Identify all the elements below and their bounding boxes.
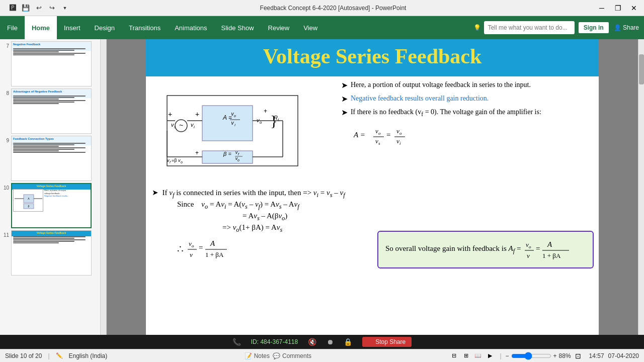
bullet-arrow-3: ➤ — [341, 108, 348, 117]
slide-image-11: Voltage Series Feedback — [11, 230, 92, 276]
sign-in-button[interactable]: Sign in — [579, 22, 609, 33]
stop-indicator — [368, 339, 373, 344]
bullet-3: ➤ If there is no feedback (vf = 0). The … — [341, 108, 593, 118]
reading-view-button[interactable]: 📖 — [472, 350, 484, 361]
slide-thumb-7[interactable]: 7 Negative Feedback — [2, 41, 98, 86]
tab-home[interactable]: Home — [25, 16, 57, 39]
thumb-line — [13, 143, 86, 144]
svg-text:=β: =β — [172, 158, 177, 163]
svg-text:+: + — [168, 110, 172, 118]
comments-icon: 💬 — [273, 352, 280, 359]
status-separator: | — [48, 352, 49, 359]
slide-panel: 7 Negative Feedback 8 Advantages of Nega… — [0, 39, 101, 335]
thumb-line — [13, 102, 74, 103]
restore-button[interactable]: ❐ — [612, 2, 624, 14]
tab-file[interactable]: File — [0, 16, 25, 39]
stop-share-button[interactable]: Stop Share — [362, 337, 412, 347]
meeting-id: ID: 484-367-4118 — [251, 338, 298, 345]
thumb-line — [13, 150, 59, 151]
sep2: | — [500, 352, 501, 359]
svg-text:A =: A = — [353, 131, 365, 139]
comments-button[interactable]: 💬 Comments — [273, 352, 311, 359]
bullet-text-2: Negative feedback results overall gain r… — [351, 94, 489, 103]
slide-thumb-11[interactable]: 11 Voltage Series Feedback — [2, 230, 98, 276]
bullet-list: ➤ Here, a portion of output voltage feed… — [337, 80, 593, 183]
thumb-line — [13, 100, 86, 101]
slide-num-10: 10 — [2, 183, 9, 191]
normal-view-button[interactable]: ⊟ — [448, 350, 459, 361]
slideshow-button[interactable]: ▶ — [485, 350, 496, 361]
svg-text:1 + βA: 1 + βA — [205, 251, 224, 258]
save-button[interactable]: 💾 — [20, 3, 31, 14]
scroll-thumb[interactable] — [639, 54, 644, 84]
tab-slide-show[interactable]: Slide Show — [214, 16, 261, 39]
lock-icon: 🔒 — [344, 338, 352, 346]
edit-icon[interactable]: ✏️ — [56, 352, 63, 359]
record-icon[interactable]: ⏺ — [327, 338, 334, 346]
date-display: 07-04-2020 — [608, 352, 639, 359]
slide-title-thumb-11: Voltage Series Feedback — [12, 231, 91, 235]
thumb-line — [13, 103, 59, 104]
customize-quick-access-button[interactable]: ▼ — [59, 3, 70, 14]
svg-text:+: + — [195, 110, 199, 118]
svg-text:o: o — [237, 158, 239, 162]
scroll-right[interactable] — [638, 39, 644, 335]
zoom-slider[interactable] — [511, 352, 551, 360]
slide-canvas[interactable]: Voltage Series Feedback A = v o — [146, 39, 599, 335]
status-center: 📝 Notes 💬 Comments — [245, 352, 311, 359]
svg-text:v: v — [235, 150, 238, 155]
svg-text:L: L — [278, 118, 280, 122]
zoom-out-button[interactable]: − — [506, 352, 509, 359]
slide-lines-8 — [12, 94, 91, 106]
fit-slide-button[interactable]: ⊡ — [575, 352, 581, 360]
svg-text:o: o — [529, 244, 531, 249]
mic-icon[interactable]: 🔇 — [308, 338, 316, 346]
close-button[interactable]: ✕ — [628, 2, 640, 14]
notes-button[interactable]: 📝 Notes — [245, 352, 270, 359]
slide-thumb-9[interactable]: 9 Feedback Connection Types — [2, 136, 98, 181]
callout-formula-svg: v o v = A 1 + βA — [525, 236, 585, 263]
svg-text:A =: A = — [222, 114, 232, 121]
redo-button[interactable]: ↪ — [46, 3, 57, 14]
zoom-in-button[interactable]: + — [553, 352, 557, 359]
slide-thumb-10[interactable]: 10 Voltage Series Feedback A β — [2, 183, 98, 228]
svg-text:i: i — [194, 125, 195, 129]
bullet-arrow-1: ➤ — [341, 80, 348, 90]
slide-title-thumb-10: Voltage Series Feedback — [12, 184, 91, 188]
bullet-arrow-2: ➤ — [341, 94, 348, 104]
thumb-line — [13, 99, 59, 100]
minimize-button[interactable]: ─ — [596, 2, 608, 14]
svg-text:o: o — [181, 160, 183, 164]
tab-view[interactable]: View — [296, 16, 325, 39]
svg-text:o: o — [192, 243, 194, 248]
comments-label: Comments — [282, 352, 311, 359]
main-area: 7 Negative Feedback 8 Advantages of Nega… — [0, 39, 644, 335]
thumb-line — [13, 50, 74, 51]
slide-bottom-area: ➤ If vf is connected in series with the … — [146, 187, 599, 263]
svg-text:v: v — [190, 251, 193, 258]
slide-sorter-button[interactable]: ⊞ — [460, 350, 471, 361]
share-button[interactable]: 👤 Share — [614, 24, 639, 31]
status-right: ⊟ ⊞ 📖 ▶ | − + 88% ⊡ 14:57 07-04-2020 — [448, 350, 639, 361]
ribbon-search: 💡 — [473, 16, 575, 39]
slide-lines-7 — [12, 47, 91, 57]
slide-lines-9 — [12, 141, 91, 154]
svg-rect-7 — [202, 106, 253, 141]
tab-transitions[interactable]: Transitions — [122, 16, 168, 39]
tab-review[interactable]: Review — [261, 16, 297, 39]
thumb-line — [13, 48, 86, 49]
svg-text:=: = — [536, 244, 540, 252]
tab-insert[interactable]: Insert — [57, 16, 88, 39]
svg-text:=: = — [386, 131, 390, 139]
slide-thumb-8[interactable]: 8 Advantages of Negative Feedback — [2, 88, 98, 134]
tab-design[interactable]: Design — [88, 16, 122, 39]
search-input[interactable] — [484, 21, 575, 34]
svg-text:~: ~ — [179, 121, 183, 129]
svg-text:1 + βA: 1 + βA — [542, 252, 561, 259]
bullet-text-3: If there is no feedback (vf = 0). The vo… — [351, 108, 541, 118]
undo-button[interactable]: ↩ — [33, 3, 44, 14]
tab-animations[interactable]: Animations — [168, 16, 214, 39]
thumb-line — [13, 236, 86, 237]
slide-upper-body: A = v o v i β = v f v o — [146, 76, 599, 187]
slide-image-9: Feedback Connection Types — [11, 136, 92, 181]
